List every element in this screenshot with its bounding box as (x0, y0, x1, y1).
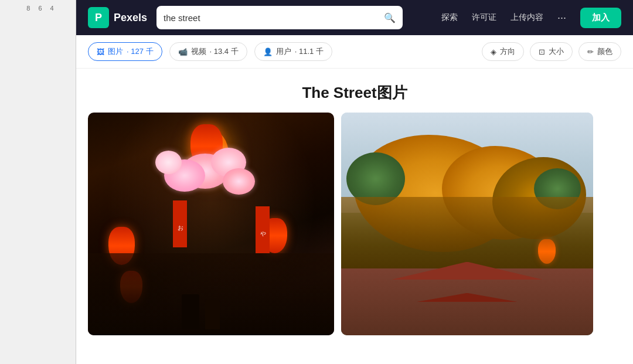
nav-upload[interactable]: 上传内容 (511, 12, 543, 23)
page-title: The Street图片 (76, 83, 633, 103)
search-input[interactable] (164, 13, 379, 23)
nav-license[interactable]: 许可证 (472, 12, 496, 23)
tab-photos-label: 图片 (108, 46, 123, 57)
nav-links: 探索 许可证 上传内容 ··· 加入 (441, 8, 621, 28)
tab-photos[interactable]: 🖼 图片 · 127 千 (88, 42, 162, 61)
color-icon: ✏ (587, 47, 594, 56)
tab-videos-count: · 13.4 千 (210, 46, 239, 57)
search-icon[interactable]: 🔍 (384, 12, 396, 23)
tab-videos-label: 视频 (191, 46, 206, 57)
logo-area[interactable]: P Pexels (88, 7, 147, 28)
users-icon: 👤 (263, 47, 273, 56)
filter-bar: 🖼 图片 · 127 千 📹 视频 · 13.4 千 👤 用户 · 11.1 千… (76, 35, 633, 69)
tab-users-count: · 11.1 千 (295, 46, 324, 57)
navbar: P Pexels 🔍 探索 许可证 上传内容 ··· 加入 (76, 0, 633, 35)
search-bar: 🔍 (156, 6, 403, 29)
filter-right: ◈ 方向 ⊡ 大小 ✏ 颜色 (482, 42, 621, 61)
direction-filter[interactable]: ◈ 方向 (482, 42, 524, 61)
main-wrapper: P Pexels 🔍 探索 许可证 上传内容 ··· 加入 🖼 图片 · 127… (76, 0, 633, 364)
nav-explore[interactable]: 探索 (441, 12, 458, 23)
photos-icon: 🖼 (97, 47, 104, 56)
tab-videos[interactable]: 📹 视频 · 13.4 千 (169, 42, 247, 61)
photo-grid: お や (76, 113, 633, 364)
nav-more[interactable]: ··· (557, 12, 566, 24)
logo-icon: P (88, 7, 109, 28)
photo-card-1[interactable]: お や (88, 113, 334, 335)
ruler-numbers: 8 6 4 (22, 5, 53, 12)
page-title-area: The Street图片 (76, 69, 633, 113)
logo-label: Pexels (114, 12, 147, 24)
videos-icon: 📹 (178, 47, 188, 56)
tab-users[interactable]: 👤 用户 · 11.1 千 (254, 42, 332, 61)
size-filter[interactable]: ⊡ 大小 (530, 42, 573, 61)
photo-card-2[interactable] (341, 113, 593, 335)
sign-1: お (173, 200, 187, 247)
ruler: 8 6 4 (0, 0, 76, 364)
person-silhouette-2 (205, 300, 220, 329)
direction-icon: ◈ (491, 47, 496, 56)
cherry-blossoms (152, 148, 270, 224)
tab-photos-count: · 127 千 (127, 46, 154, 57)
color-filter[interactable]: ✏ 颜色 (578, 42, 621, 61)
sign-2: や (256, 206, 270, 253)
person-silhouette (182, 294, 199, 329)
size-icon: ⊡ (539, 47, 545, 56)
lantern-autumn (538, 239, 556, 264)
tab-users-label: 用户 (276, 46, 291, 57)
join-button[interactable]: 加入 (580, 8, 621, 28)
